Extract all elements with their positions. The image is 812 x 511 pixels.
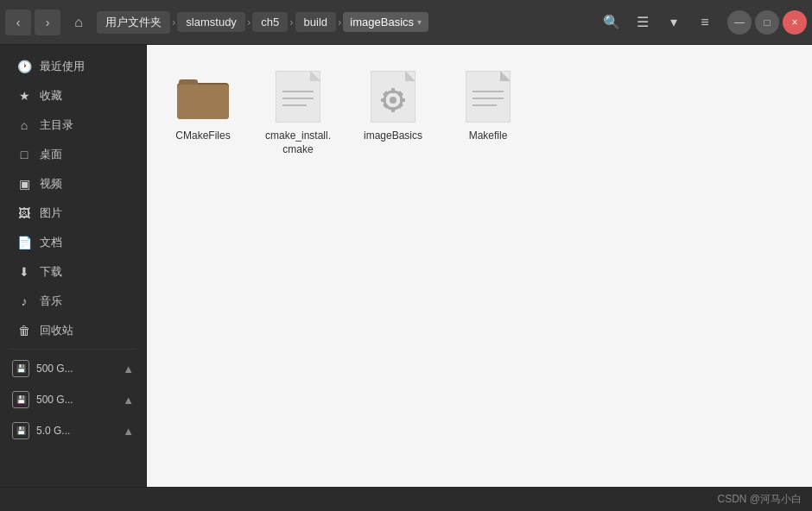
recent-icon: 🕐 xyxy=(17,60,31,73)
toolbar-right: 🔍 ☰ ▾ ≡ xyxy=(598,9,719,35)
cmake-file-svg xyxy=(276,71,320,123)
sidebar-item-recent[interactable]: 🕐 最近使用 xyxy=(3,53,143,80)
device-eject-3[interactable]: ▲ xyxy=(123,425,134,438)
minimize-button[interactable]: — xyxy=(727,10,752,35)
sidebar-item-documents[interactable]: 📄 文档 xyxy=(3,229,143,256)
svg-rect-16 xyxy=(400,98,405,102)
forward-icon: › xyxy=(46,16,50,29)
sidebar-label-music: 音乐 xyxy=(40,293,62,309)
device-icon-3: 💾 xyxy=(12,422,29,439)
exec-file-svg xyxy=(371,71,416,123)
device-eject-2[interactable]: ▲ xyxy=(123,394,134,407)
sidebar-label-favorites: 收藏 xyxy=(40,88,62,104)
home-dir-icon: ⌂ xyxy=(17,118,31,132)
file-label-makefile: Makefile xyxy=(469,129,508,143)
file-item-imagebasics[interactable]: imageBasics xyxy=(354,62,432,163)
sidebar-item-downloads[interactable]: ⬇ 下载 xyxy=(3,258,143,286)
pictures-icon: 🖼 xyxy=(17,206,31,220)
breadcrumb-dropdown-icon: ▾ xyxy=(417,17,422,27)
device-label-1: 500 G... xyxy=(36,363,73,375)
svg-rect-15 xyxy=(381,98,386,102)
sidebar-item-trash[interactable]: 🗑 回收站 xyxy=(3,317,143,344)
breadcrumb-sep-4: › xyxy=(336,16,343,28)
sidebar-label-recent: 最近使用 xyxy=(40,59,85,74)
sidebar-divider xyxy=(10,349,136,350)
search-button[interactable]: 🔍 xyxy=(598,9,625,35)
search-icon: 🔍 xyxy=(603,14,620,30)
breadcrumb-imagebasics[interactable]: imageBasics ▾ xyxy=(343,12,428,32)
minimize-icon: — xyxy=(734,16,745,28)
home-button[interactable]: ⌂ xyxy=(66,9,92,35)
device-eject-1[interactable]: ▲ xyxy=(123,363,134,375)
device-label-2: 500 G... xyxy=(36,394,73,406)
sidebar-item-favorites[interactable]: ★ 收藏 xyxy=(3,82,143,110)
view-dropdown-button[interactable]: ▾ xyxy=(660,9,688,35)
music-icon: ♪ xyxy=(17,294,31,308)
back-button[interactable]: ‹ xyxy=(5,9,31,35)
sidebar-item-desktop[interactable]: □ 桌面 xyxy=(3,141,143,168)
breadcrumb-sep-2: › xyxy=(245,16,252,28)
view-list-icon: ☰ xyxy=(637,14,649,30)
breadcrumb-sep-1: › xyxy=(170,16,177,28)
breadcrumb: 用户文件夹 › slamstudy › ch5 › build › imageB… xyxy=(97,11,587,34)
folder-svg xyxy=(177,74,229,119)
sidebar-label-home: 主目录 xyxy=(40,117,73,133)
breadcrumb-user-folder[interactable]: 用户文件夹 xyxy=(97,11,170,34)
view-list-button[interactable]: ☰ xyxy=(629,9,657,35)
videos-icon: ▣ xyxy=(17,177,31,191)
makefile-icon xyxy=(460,69,516,124)
sidebar-label-videos: 视频 xyxy=(40,176,62,192)
sidebar-item-home[interactable]: ⌂ 主目录 xyxy=(3,111,143,139)
svg-rect-14 xyxy=(391,107,395,112)
desktop-icon: □ xyxy=(17,148,31,161)
breadcrumb-sep-3: › xyxy=(288,16,295,28)
file-item-cmake-install[interactable]: cmake_install.cmake xyxy=(259,62,337,163)
sidebar-device-2[interactable]: 💾 500 G... ▲ xyxy=(3,385,143,414)
file-grid: CMakeFiles cmake_install.cmake xyxy=(164,62,795,163)
close-icon: × xyxy=(791,16,797,28)
sidebar-device-3[interactable]: 💾 5.0 G... ▲ xyxy=(3,416,143,445)
file-label-cmake-install: cmake_install.cmake xyxy=(263,129,333,156)
main-area: 🕐 最近使用 ★ 收藏 ⌂ 主目录 □ 桌面 ▣ 视频 🖼 图片 📄 文档 ⬇ xyxy=(0,45,812,487)
forward-button[interactable]: › xyxy=(35,9,60,35)
menu-icon: ≡ xyxy=(701,15,708,30)
sidebar-item-videos[interactable]: ▣ 视频 xyxy=(3,170,143,198)
device-label-3: 5.0 G... xyxy=(36,425,70,437)
watermark-text: CSDN @河马小白 xyxy=(717,492,802,507)
breadcrumb-build[interactable]: build xyxy=(295,12,336,32)
sidebar-label-desktop: 桌面 xyxy=(40,147,62,162)
sidebar-label-pictures: 图片 xyxy=(40,205,62,221)
trash-icon: 🗑 xyxy=(17,324,31,338)
sidebar-item-pictures[interactable]: 🖼 图片 xyxy=(3,199,143,227)
file-label-cmakefiles: CMakeFiles xyxy=(175,129,230,143)
maximize-button[interactable]: □ xyxy=(755,10,779,35)
svg-rect-2 xyxy=(177,85,229,119)
menu-button[interactable]: ≡ xyxy=(691,9,719,35)
imagebasics-icon xyxy=(365,69,421,124)
file-label-imagebasics: imageBasics xyxy=(364,129,422,143)
view-dropdown-icon: ▾ xyxy=(670,14,677,30)
file-item-makefile[interactable]: Makefile xyxy=(449,62,527,163)
svg-rect-13 xyxy=(391,88,395,93)
breadcrumb-ch5[interactable]: ch5 xyxy=(252,12,288,32)
sidebar-label-trash: 回收站 xyxy=(40,323,73,338)
sidebar-item-music[interactable]: ♪ 音乐 xyxy=(3,287,143,315)
folder-icon-cmakefiles xyxy=(175,69,231,124)
close-button[interactable]: × xyxy=(783,10,807,35)
sidebar-label-documents: 文档 xyxy=(40,235,62,250)
favorites-icon: ★ xyxy=(17,89,31,103)
breadcrumb-slamstudy[interactable]: slamstudy xyxy=(177,12,245,32)
svg-point-12 xyxy=(390,97,396,104)
maximize-icon: □ xyxy=(764,16,770,28)
sidebar-device-1[interactable]: 💾 500 G... ▲ xyxy=(3,354,143,383)
file-area: CMakeFiles cmake_install.cmake xyxy=(147,45,812,487)
downloads-icon: ⬇ xyxy=(17,265,31,279)
device-icon-2: 💾 xyxy=(12,391,29,408)
sidebar: 🕐 最近使用 ★ 收藏 ⌂ 主目录 □ 桌面 ▣ 视频 🖼 图片 📄 文档 ⬇ xyxy=(0,45,147,487)
make-file-svg xyxy=(466,71,511,123)
statusbar: CSDN @河马小白 xyxy=(0,487,812,511)
cmake-install-icon xyxy=(270,69,326,124)
file-item-cmakefiles[interactable]: CMakeFiles xyxy=(164,62,242,163)
window-controls: — □ × xyxy=(727,10,807,35)
documents-icon: 📄 xyxy=(17,236,31,249)
